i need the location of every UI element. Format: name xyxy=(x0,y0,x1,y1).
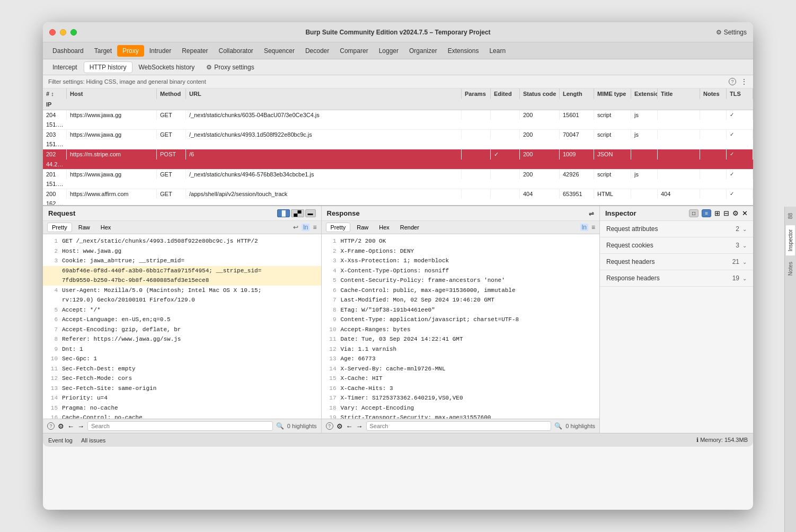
close-button[interactable] xyxy=(49,29,56,36)
table-row[interactable]: 201 https://www.jawa.gg GET /_next/stati… xyxy=(43,170,753,189)
inspector-header: Inspector □ ≡ ⊞ ⊟ ⚙ ✕ xyxy=(600,206,753,221)
col-host[interactable]: Host xyxy=(67,88,157,99)
code-line: 7fdb9550-b250-47bc-9b8f-4680885afd3e15ec… xyxy=(43,276,321,286)
inspector-view-btn[interactable]: □ xyxy=(689,209,698,217)
td-method: GET xyxy=(157,130,186,139)
inspector-close-icon[interactable]: ✕ xyxy=(742,209,748,217)
table-row[interactable]: 204 https://www.jawa.gg GET /_next/stati… xyxy=(43,110,753,130)
nav-item-logger[interactable]: Logger xyxy=(374,45,404,57)
nav-item-proxy[interactable]: Proxy xyxy=(117,45,144,57)
nav-item-learn[interactable]: Learn xyxy=(484,45,511,57)
maximize-button[interactable] xyxy=(70,29,77,36)
line-number xyxy=(46,267,58,276)
split-vertical-btn[interactable]: ▄▀ xyxy=(291,209,304,217)
split-horizontal-btn[interactable]: ▐▌ xyxy=(277,209,290,217)
resp-wrap-icon[interactable]: ⇌ xyxy=(589,210,594,217)
nav-item-comparer[interactable]: Comparer xyxy=(334,45,373,57)
table-row[interactable]: 203 https://www.jawa.gg GET /_next/stati… xyxy=(43,130,753,149)
format-icon[interactable]: ln xyxy=(302,224,309,231)
response-search-input[interactable] xyxy=(366,421,552,431)
col-ip[interactable]: IP xyxy=(43,99,67,110)
response-tab-render[interactable]: Render xyxy=(396,223,423,232)
nav-item-collaborator[interactable]: Collaborator xyxy=(214,45,259,57)
inspector-section-row[interactable]: Request attributes 2 ⌄ xyxy=(600,221,753,237)
no-wrap-icon[interactable]: ↩ xyxy=(293,224,298,231)
sub-nav-http-history[interactable]: HTTP history xyxy=(84,61,132,73)
minimize-button[interactable] xyxy=(60,29,66,36)
resp-help-icon[interactable]: ? xyxy=(326,422,333,430)
more-icon[interactable]: ⋮ xyxy=(740,77,748,86)
td-url: /6 xyxy=(186,149,462,159)
all-issues-btn[interactable]: All issues xyxy=(81,437,105,444)
col-tls[interactable]: TLS xyxy=(727,88,753,99)
inspector-section-row[interactable]: Request cookies 3 ⌄ xyxy=(600,237,753,254)
col-url[interactable]: URL xyxy=(186,88,462,99)
col-title[interactable]: Title xyxy=(658,88,700,99)
inspector-list-btn[interactable]: ≡ xyxy=(702,209,711,217)
nav-item-extensions[interactable]: Extensions xyxy=(443,45,484,57)
response-tab-pretty[interactable]: Pretty xyxy=(326,223,351,232)
col-ext[interactable]: Extension xyxy=(631,88,658,99)
inspector-sort-icon[interactable]: ⊞ xyxy=(714,209,720,217)
nav-item-organizer[interactable]: Organizer xyxy=(404,45,443,57)
line-number xyxy=(46,276,58,285)
resp-back-icon[interactable]: ← xyxy=(346,422,353,430)
request-tab-raw[interactable]: Raw xyxy=(74,223,94,232)
resp-forward-icon[interactable]: → xyxy=(356,422,363,430)
req-help-icon[interactable]: ? xyxy=(47,422,55,430)
response-tab-hex[interactable]: Hex xyxy=(375,223,394,232)
col-length[interactable]: Length xyxy=(560,88,594,99)
inspector-section-row[interactable]: Request headers 21 ⌄ xyxy=(600,254,753,270)
filter-text: Filter settings: Hiding CSS, image and g… xyxy=(48,78,206,85)
req-forward-icon[interactable]: → xyxy=(77,422,84,430)
request-tab-pretty[interactable]: Pretty xyxy=(47,223,72,232)
nav-item-dashboard[interactable]: Dashboard xyxy=(47,45,89,57)
event-log-btn[interactable]: Event log xyxy=(48,437,73,444)
col-method[interactable]: Method xyxy=(157,88,186,99)
inspector-section-row[interactable]: Response headers 19 ⌄ xyxy=(600,270,753,287)
line-content: GET /_next/static/chunks/4993.1d508f922e… xyxy=(62,237,258,246)
request-tab-hex[interactable]: Hex xyxy=(96,223,116,232)
nav-item-repeater[interactable]: Repeater xyxy=(176,45,213,57)
line-content: Vary: Accept-Encoding xyxy=(341,404,414,413)
td-mime: HTML xyxy=(594,189,631,199)
split-single-btn[interactable]: ▬ xyxy=(305,209,316,217)
col-mime[interactable]: MIME type xyxy=(594,88,631,99)
resp-search-icon[interactable]: 🔍 xyxy=(554,422,562,430)
line-content: Referer: https://www.jawa.gg/sw.js xyxy=(62,335,181,344)
code-line: 11Date: Tue, 03 Sep 2024 14:22:41 GMT xyxy=(322,334,600,344)
request-search-input[interactable] xyxy=(87,421,273,431)
col-status[interactable]: Status code xyxy=(520,88,560,99)
more-options-icon[interactable]: ≡ xyxy=(313,224,316,231)
inspector-settings-icon[interactable]: ⚙ xyxy=(732,209,739,217)
help-icon[interactable]: ? xyxy=(729,78,736,85)
proxy-settings-button[interactable]: ⚙ Proxy settings xyxy=(201,62,259,73)
col-edited[interactable]: Edited xyxy=(491,88,520,99)
sub-nav-websockets[interactable]: WebSockets history xyxy=(134,62,200,73)
col-notes[interactable]: Notes xyxy=(700,88,727,99)
response-tab-raw[interactable]: Raw xyxy=(352,223,373,232)
col-params[interactable]: Params xyxy=(462,88,491,99)
nav-item-sequencer[interactable]: Sequencer xyxy=(259,45,300,57)
split-icons: ▐▌ ▄▀ ▬ xyxy=(277,209,315,217)
nav-item-target[interactable]: Target xyxy=(89,45,117,57)
chevron-down-icon: ⌄ xyxy=(742,226,747,232)
settings-button[interactable]: ⚙ Settings xyxy=(716,29,747,36)
line-content: Sec-Fetch-Mode: cors xyxy=(62,374,132,383)
table-row[interactable]: 200 https://www.affirm.com GET /apps/she… xyxy=(43,189,753,205)
req-search-icon[interactable]: 🔍 xyxy=(276,422,284,430)
gear-icon: ⚙ xyxy=(716,29,722,36)
req-settings-icon[interactable]: ⚙ xyxy=(58,422,64,430)
response-panel-title: Response xyxy=(327,209,360,217)
sub-nav-intercept[interactable]: Intercept xyxy=(47,62,83,73)
nav-item-decoder[interactable]: Decoder xyxy=(300,45,334,57)
inspector-filter-icon[interactable]: ⊟ xyxy=(723,209,729,217)
resp-settings-icon[interactable]: ⚙ xyxy=(337,422,343,430)
td-host: https://www.affirm.com xyxy=(67,189,157,199)
table-row[interactable]: 202 https://m.stripe.com POST /6 ✓ 200 1… xyxy=(43,149,753,170)
resp-format-icon[interactable]: ln xyxy=(580,224,588,231)
nav-item-intruder[interactable]: Intruder xyxy=(144,45,176,57)
req-back-icon[interactable]: ← xyxy=(67,422,74,430)
resp-more-icon[interactable]: ≡ xyxy=(591,224,595,231)
col-num[interactable]: # ↕ xyxy=(43,88,67,99)
